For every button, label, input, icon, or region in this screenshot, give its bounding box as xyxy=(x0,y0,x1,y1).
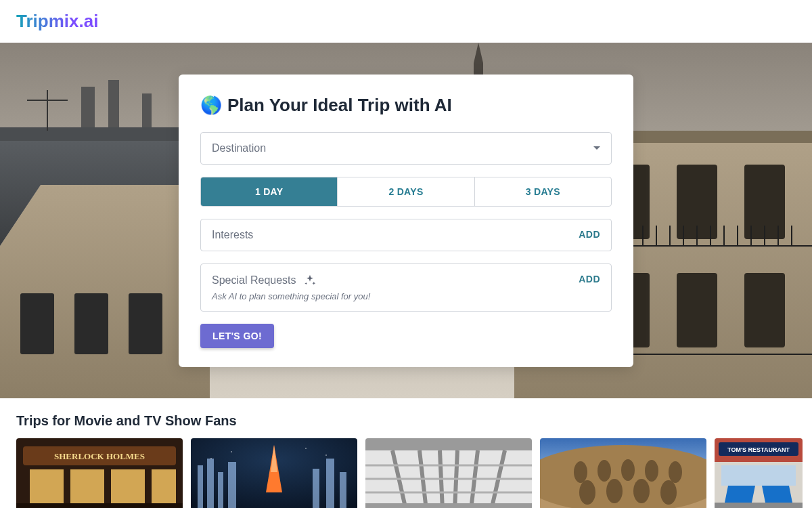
svg-rect-49 xyxy=(30,469,64,503)
svg-rect-39 xyxy=(81,87,95,127)
svg-rect-96 xyxy=(721,465,796,486)
card-title: 🌎 Plan Your Ideal Trip with AI xyxy=(200,95,612,116)
trip-card-nyc-diner[interactable]: TOM'S RESTAURANT xyxy=(715,438,803,508)
special-requests-add-button[interactable]: ADD xyxy=(579,274,600,284)
svg-rect-61 xyxy=(340,472,346,508)
plan-trip-card: 🌎 Plan Your Ideal Trip with AI Destinati… xyxy=(179,75,633,367)
lets-go-button[interactable]: LET'S GO! xyxy=(200,324,274,348)
svg-rect-10 xyxy=(744,273,785,347)
svg-rect-51 xyxy=(111,469,145,503)
svg-rect-57 xyxy=(218,472,223,508)
svg-point-65 xyxy=(231,451,232,452)
duration-tabs: 1 DAY 2 DAYS 3 DAYS xyxy=(200,177,612,207)
svg-rect-69 xyxy=(365,438,532,450)
svg-rect-55 xyxy=(198,465,203,508)
svg-text:SHERLOCK HOLMES: SHERLOCK HOLMES xyxy=(54,451,145,461)
trip-card-rome[interactable] xyxy=(540,438,706,508)
svg-point-91 xyxy=(660,480,677,505)
svg-point-83 xyxy=(574,461,587,483)
svg-rect-59 xyxy=(313,469,319,508)
destination-placeholder: Destination xyxy=(212,142,266,154)
svg-point-67 xyxy=(305,448,307,449)
svg-rect-9 xyxy=(677,273,717,347)
svg-text:TOM'S RESTAURANT: TOM'S RESTAURANT xyxy=(727,446,790,453)
svg-point-86 xyxy=(645,460,658,482)
svg-point-87 xyxy=(669,461,682,483)
svg-marker-97 xyxy=(725,486,755,503)
header: Tripmix.ai xyxy=(0,0,812,43)
destination-select[interactable]: Destination xyxy=(200,132,612,165)
trips-section: Trips for Movie and TV Show Fans SHERLOC… xyxy=(0,398,812,508)
svg-rect-37 xyxy=(74,293,108,354)
tab-3-days[interactable]: 3 DAYS xyxy=(475,177,611,206)
trips-grid: SHERLOCK HOLMES xyxy=(16,438,796,508)
svg-rect-99 xyxy=(715,503,803,508)
special-requests-subtext: Ask AI to plan something special for you… xyxy=(212,291,370,301)
hero: 🌎 Plan Your Ideal Trip with AI Destinati… xyxy=(0,43,812,398)
trip-card-tokyo[interactable] xyxy=(191,438,357,508)
special-requests-field[interactable]: Special Requests Ask AI to plan somethin… xyxy=(200,263,612,312)
brand-logo[interactable]: Tripmix.ai xyxy=(16,11,98,32)
svg-point-90 xyxy=(633,479,650,503)
svg-point-66 xyxy=(325,454,327,456)
svg-rect-41 xyxy=(142,93,152,127)
chevron-down-icon xyxy=(593,146,600,150)
svg-rect-53 xyxy=(16,503,183,508)
section-title: Trips for Movie and TV Show Fans xyxy=(16,413,796,429)
interests-field[interactable]: Interests ADD xyxy=(200,219,612,251)
svg-rect-58 xyxy=(228,462,236,508)
svg-rect-60 xyxy=(326,459,334,508)
svg-rect-38 xyxy=(129,293,162,354)
svg-point-84 xyxy=(597,460,611,482)
svg-rect-56 xyxy=(207,459,214,508)
svg-rect-79 xyxy=(365,503,532,508)
svg-rect-36 xyxy=(20,293,54,354)
svg-marker-98 xyxy=(762,486,792,503)
trip-card-paris-bridge[interactable] xyxy=(365,438,532,508)
svg-point-89 xyxy=(606,479,623,503)
svg-rect-50 xyxy=(70,469,104,503)
special-requests-label: Special Requests xyxy=(212,274,296,287)
sparkles-icon xyxy=(303,274,317,287)
tab-1-day[interactable]: 1 DAY xyxy=(201,177,338,206)
tab-2-days[interactable]: 2 DAYS xyxy=(338,177,474,206)
svg-point-85 xyxy=(621,459,635,481)
interests-label: Interests xyxy=(212,229,253,241)
globe-icon: 🌎 xyxy=(200,95,222,116)
interests-add-button[interactable]: ADD xyxy=(579,229,600,240)
svg-rect-52 xyxy=(152,469,176,503)
trip-card-sherlock[interactable]: SHERLOCK HOLMES xyxy=(16,438,183,508)
card-title-text: Plan Your Ideal Trip with AI xyxy=(227,95,452,116)
svg-rect-40 xyxy=(108,80,119,127)
svg-point-64 xyxy=(210,458,212,459)
svg-point-88 xyxy=(579,480,595,505)
